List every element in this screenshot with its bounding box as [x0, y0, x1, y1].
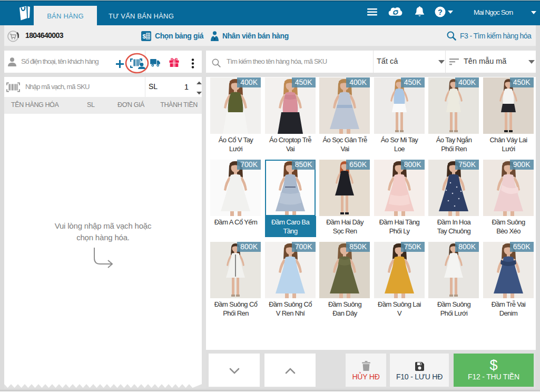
svg-text:$: $	[143, 33, 146, 39]
svg-text:?: ?	[438, 8, 443, 16]
